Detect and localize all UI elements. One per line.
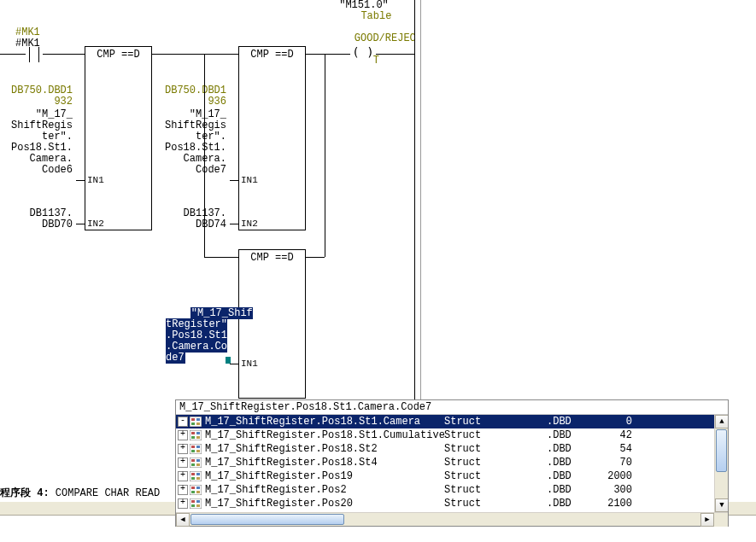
- svg-rect-13: [191, 450, 195, 452]
- symbol-area: .DBD: [547, 416, 598, 428]
- wire: [230, 180, 238, 181]
- tree-toggle[interactable]: +: [178, 444, 188, 454]
- tree-toggle[interactable]: +: [178, 471, 188, 481]
- output-coil[interactable]: ( ): [350, 45, 376, 62]
- scroll-thumb[interactable]: [716, 429, 727, 472]
- wire: [0, 54, 26, 55]
- wire: [325, 54, 325, 257]
- coil-comment: Table GOOD/REJEC T: [330, 0, 398, 78]
- symbol-row[interactable]: +M_17_ShiftRegister.Pos20Struct.DBD2100: [176, 497, 728, 510]
- in2-addr-2: DB1137. DBD74: [154, 208, 226, 230]
- tree-toggle[interactable]: +: [178, 457, 188, 468]
- svg-rect-25: [190, 485, 202, 495]
- pin-in1: IN1: [241, 358, 258, 369]
- svg-rect-10: [190, 444, 202, 454]
- scrollbar-vertical[interactable]: ▲ ▼: [714, 415, 728, 512]
- svg-rect-28: [191, 491, 195, 493]
- wire: [204, 257, 238, 258]
- pin-in1: IN1: [241, 175, 258, 185]
- svg-rect-9: [196, 436, 200, 439]
- symbol-picker[interactable]: M_17_ShiftRegister.Pos18.St1.Camera.Code…: [175, 399, 729, 527]
- wire: [306, 54, 350, 55]
- symbol-picker-list[interactable]: -M_17_ShiftRegister.Pos18.St1.CameraStru…: [176, 415, 728, 526]
- symbol-area: .DBD: [547, 470, 598, 482]
- symbol-type: Struct: [444, 484, 547, 496]
- symbol-offset: 300: [598, 484, 641, 496]
- svg-rect-15: [190, 457, 202, 468]
- in1-sym-1: "M_17_ ShiftRegis ter". Pos18.St1. Camer…: [0, 109, 73, 176]
- symbol-type: Struct: [444, 429, 547, 441]
- symbol-row[interactable]: +M_17_ShiftRegister.Pos18.St4Struct.DBD7…: [176, 456, 728, 469]
- symbol-row[interactable]: +M_17_ShiftRegister.Pos18.St1.Cumulative…: [176, 428, 728, 442]
- tree-toggle[interactable]: +: [178, 498, 188, 509]
- scroll-right-button[interactable]: ▶: [700, 513, 714, 527]
- pin-in2: IN2: [87, 219, 104, 229]
- svg-rect-23: [191, 477, 195, 480]
- scroll-left-button[interactable]: ◀: [176, 513, 190, 527]
- symbol-name: M_17_ShiftRegister.Pos18.St1.Cumulative: [205, 429, 444, 441]
- wire: [306, 257, 325, 258]
- symbol-type: Struct: [444, 416, 547, 428]
- svg-rect-2: [196, 418, 200, 421]
- svg-rect-1: [191, 418, 195, 421]
- in1-sym-2: "M_17_ ShiftRegis ter". Pos18.St1. Camer…: [154, 109, 226, 176]
- cmp-label: CMP ==D: [239, 250, 305, 264]
- svg-rect-20: [190, 471, 202, 481]
- tree-toggle[interactable]: -: [178, 417, 188, 427]
- scroll-up-button[interactable]: ▲: [715, 415, 728, 428]
- svg-rect-29: [196, 491, 200, 493]
- symbol-area: .DBD: [547, 484, 598, 496]
- scroll-thumb[interactable]: [190, 514, 344, 525]
- struct-icon: [190, 498, 202, 509]
- right-rail: [414, 0, 415, 401]
- no-contact[interactable]: [26, 46, 43, 63]
- symbol-offset: 70: [598, 457, 641, 469]
- symbol-area: .DBD: [547, 443, 598, 455]
- editing-operand[interactable]: "M_17_Shif tRegister" .Pos18.St1 .Camera…: [166, 297, 226, 375]
- symbol-type: Struct: [444, 443, 547, 455]
- cmp-label: CMP ==D: [239, 47, 305, 61]
- symbol-offset: 54: [598, 443, 641, 455]
- svg-rect-31: [191, 500, 195, 503]
- symbol-row[interactable]: -M_17_ShiftRegister.Pos18.St1.CameraStru…: [176, 415, 728, 428]
- pin-in1: IN1: [87, 175, 104, 185]
- in1-addr-2: DB750.DBD1 936: [154, 85, 226, 108]
- tree-toggle[interactable]: +: [178, 485, 188, 495]
- wire: [204, 54, 205, 257]
- struct-icon: [190, 417, 202, 427]
- cursor-icon: [226, 357, 231, 364]
- cmp-block-1[interactable]: CMP ==D: [85, 46, 152, 230]
- svg-rect-16: [191, 459, 195, 462]
- svg-rect-14: [196, 450, 200, 452]
- symbol-row[interactable]: +M_17_ShiftRegister.Pos18.St2Struct.DBD5…: [176, 442, 728, 456]
- pin-in2: IN2: [241, 219, 258, 229]
- scroll-down-button[interactable]: ▼: [715, 498, 728, 512]
- svg-rect-4: [196, 423, 200, 425]
- svg-rect-18: [191, 463, 195, 466]
- tree-toggle[interactable]: +: [178, 430, 188, 440]
- svg-rect-33: [191, 504, 195, 507]
- wire: [230, 364, 238, 364]
- symbol-row[interactable]: +M_17_ShiftRegister.Pos19Struct.DBD2000: [176, 469, 728, 483]
- cmp-block-2[interactable]: CMP ==D: [238, 46, 306, 230]
- struct-icon: [190, 471, 202, 481]
- ladder-canvas[interactable]: Table GOOD/REJEC T "M151.0" #MK1 #MK1 CM…: [0, 0, 756, 427]
- symbol-type: Struct: [444, 470, 547, 482]
- symbol-type: Struct: [444, 457, 547, 469]
- svg-rect-8: [191, 436, 195, 439]
- svg-rect-11: [191, 446, 195, 448]
- scrollbar-horizontal[interactable]: ◀ ▶: [176, 512, 728, 526]
- svg-rect-26: [191, 487, 195, 489]
- wire: [152, 54, 238, 55]
- coil-address: "M151.0": [330, 0, 398, 11]
- svg-rect-22: [196, 473, 200, 475]
- svg-rect-12: [196, 446, 200, 448]
- wire: [76, 224, 85, 224]
- cmp-block-3[interactable]: CMP ==D: [238, 249, 306, 399]
- symbol-offset: 2000: [598, 470, 641, 482]
- symbol-row[interactable]: +M_17_ShiftRegister.Pos2Struct.DBD300: [176, 483, 728, 497]
- struct-icon: [190, 444, 202, 454]
- svg-rect-32: [196, 500, 200, 503]
- symbol-name: M_17_ShiftRegister.Pos19: [205, 470, 444, 482]
- symbol-offset: 0: [598, 416, 641, 428]
